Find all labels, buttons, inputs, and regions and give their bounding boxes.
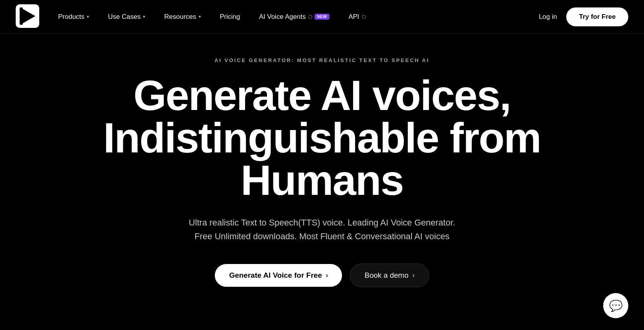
- chevron-down-icon: ▾: [87, 14, 89, 19]
- try-free-button[interactable]: Try for Free: [566, 7, 628, 26]
- hero-subtitle-line1: Ultra realistic Text to Speech(TTS) voic…: [189, 218, 455, 227]
- nav-label-resources: Resources: [164, 13, 196, 21]
- nav-label-api: API: [348, 13, 359, 21]
- hero-title-line1: Generate AI voices,: [134, 72, 510, 119]
- nav-right: Log in Try for Free: [539, 7, 628, 26]
- generate-voice-label: Generate AI Voice for Free: [229, 271, 322, 280]
- navbar: Products ▾ Use Cases ▾ Resources ▾ Prici…: [0, 0, 644, 34]
- hero-eyebrow: AI VOICE GENERATOR: MOST REALISTIC TEXT …: [214, 57, 430, 63]
- nav-item-pricing[interactable]: Pricing: [210, 10, 250, 24]
- audio-players-row: [0, 326, 644, 330]
- nav-left: Products ▾ Use Cases ▾ Resources ▾ Prici…: [16, 4, 375, 29]
- hero-title: Generate AI voices, Indistinguishable fr…: [103, 74, 541, 202]
- chevron-down-icon: ▾: [199, 14, 201, 19]
- login-button[interactable]: Log in: [539, 13, 557, 21]
- hero-subtitle: Ultra realistic Text to Speech(TTS) voic…: [189, 216, 455, 243]
- nav-label-products: Products: [58, 13, 84, 21]
- external-link-icon: ⬡: [362, 14, 366, 20]
- nav-item-products[interactable]: Products ▾: [49, 10, 99, 24]
- hero-title-line3: Humans: [241, 156, 403, 204]
- nav-item-api[interactable]: API ⬡: [339, 10, 375, 24]
- book-demo-button[interactable]: Book a demo ›: [350, 264, 429, 287]
- nav-item-use-cases[interactable]: Use Cases ▾: [99, 10, 155, 24]
- nav-links: Products ▾ Use Cases ▾ Resources ▾ Prici…: [49, 10, 375, 24]
- nav-item-ai-voice-agents[interactable]: AI Voice Agents ⬡ NEW: [249, 10, 339, 24]
- chevron-down-icon: ▾: [143, 14, 145, 19]
- nav-label-pricing: Pricing: [220, 13, 240, 21]
- hero-subtitle-line2: Free Unlimited downloads. Most Fluent & …: [194, 231, 449, 241]
- nav-label-use-cases: Use Cases: [108, 13, 141, 21]
- chat-widget[interactable]: 💬: [603, 293, 628, 318]
- new-badge: NEW: [315, 14, 330, 20]
- chat-icon: 💬: [609, 299, 623, 312]
- logo[interactable]: [16, 4, 41, 29]
- hero-buttons: Generate AI Voice for Free › Book a demo…: [215, 264, 429, 287]
- arrow-icon: ›: [326, 272, 328, 279]
- nav-item-resources[interactable]: Resources ▾: [155, 10, 210, 24]
- hero-section: AI VOICE GENERATOR: MOST REALISTIC TEXT …: [0, 34, 644, 326]
- nav-label-ai-voice-agents: AI Voice Agents: [259, 13, 306, 21]
- hero-title-line2: Indistinguishable from: [103, 114, 541, 161]
- external-link-icon: ⬡: [308, 14, 312, 20]
- generate-voice-button[interactable]: Generate AI Voice for Free ›: [215, 264, 342, 287]
- arrow-icon: ›: [412, 272, 414, 279]
- svg-rect-2: [20, 7, 23, 25]
- book-demo-label: Book a demo: [364, 271, 408, 280]
